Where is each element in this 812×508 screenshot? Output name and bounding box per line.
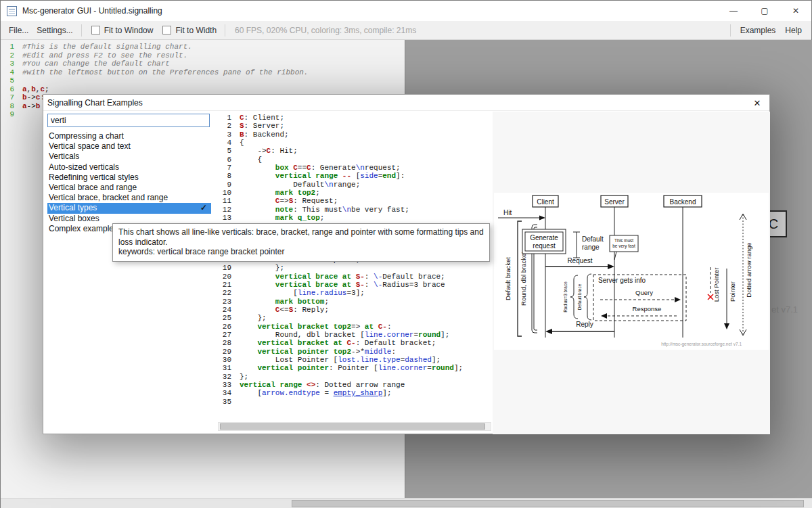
code-line[interactable]: 3B: Backend; <box>218 131 491 139</box>
code-line[interactable]: 34 [arrow.endtype = empty_sharp]; <box>218 389 491 397</box>
example-list-item[interactable]: Vertical boxes <box>47 214 211 224</box>
round-dbl-bracket-label: Round, dbl bracket <box>520 252 527 306</box>
fit-to-window-checkbox[interactable]: Fit to Window <box>91 26 154 35</box>
example-code-editor[interactable]: 1C: Client;2S: Server;3B: Backend;4{5 ->… <box>218 114 491 415</box>
default-brace-label: Default brace <box>577 283 582 310</box>
examples-button[interactable]: Examples <box>740 26 776 35</box>
close-button[interactable]: ✕ <box>780 1 811 20</box>
code-line[interactable]: 26 vertical bracket top2=> at C-: <box>218 323 491 331</box>
code-line[interactable]: 12 note: This must\nbe very fast; <box>218 206 491 214</box>
code-line[interactable]: 20 vertical brace at S-: \-Default brace… <box>218 273 491 281</box>
checkbox-icon[interactable] <box>91 26 100 34</box>
hit-label: Hit <box>503 209 512 216</box>
example-list-item[interactable]: Auto-sized verticals <box>47 162 211 172</box>
code-line[interactable]: 27 Round, dbl bracket [line.corner=round… <box>218 331 491 339</box>
line-number: 21 <box>218 281 231 289</box>
note-text: be very fast <box>612 244 635 249</box>
example-list-item-label: Auto-sized verticals <box>49 162 119 172</box>
line-number: 25 <box>218 314 231 322</box>
code-horizontal-scrollbar[interactable] <box>218 422 491 431</box>
example-list-item-label: Redefining vertical styles <box>49 172 139 182</box>
code-line[interactable]: 24 C<=S: Reply; <box>218 306 491 314</box>
example-chart: Default bracket Round, dbl bracket Clien… <box>494 193 769 350</box>
example-tooltip: This chart shows all line-like verticals… <box>112 223 490 262</box>
fit-to-width-label: Fit to Width <box>175 26 217 35</box>
search-input[interactable] <box>47 114 210 127</box>
code-line[interactable]: 30 Lost Pointer [lost.line.type=dashed]; <box>218 356 491 364</box>
line-number: 24 <box>218 306 231 314</box>
code-line[interactable]: 2S: Server; <box>218 122 491 130</box>
example-list-item[interactable]: Compressing a chart <box>47 131 211 141</box>
window-title: Msc-generator GUI - Untitled.signalling <box>22 6 162 16</box>
tooltip-description: This chart shows all line-like verticals… <box>118 227 484 247</box>
code-line[interactable]: 10 mark top2; <box>218 189 491 197</box>
example-list-item[interactable]: Vertical space and text <box>47 141 211 152</box>
examples-dialog: Signalling Chart Examples ✕ Compressing … <box>43 94 770 434</box>
example-list-item[interactable]: Redefining vertical styles <box>47 172 211 183</box>
file-button[interactable]: File... <box>9 26 28 35</box>
help-button[interactable]: Help <box>785 26 802 35</box>
code-line[interactable]: 33vertical range <>: Dotted arrow range <box>218 381 491 389</box>
dialog-title: Signalling Chart Examples <box>47 98 143 108</box>
code-line[interactable]: 23 mark bottom; <box>218 298 491 306</box>
code-line[interactable]: 22 [line.radius=3]; <box>218 289 491 297</box>
generate-request-label: request <box>533 242 556 250</box>
code-line[interactable]: 4{ <box>218 139 491 147</box>
code-line[interactable]: 5 ->C: Hit; <box>218 147 491 155</box>
maximize-button[interactable]: ▢ <box>749 1 780 20</box>
line-number: 4 <box>218 139 231 147</box>
default-bracket-label: Default bracket <box>504 257 512 300</box>
code-line[interactable]: 19 }; <box>218 264 491 272</box>
code-line[interactable]: 1C: Client; <box>218 114 491 122</box>
response-label: Response <box>633 305 662 313</box>
fit-to-window-label: Fit to Window <box>104 26 154 35</box>
example-list-item-label: Vertical space and text <box>49 141 131 151</box>
line-number: 23 <box>218 298 231 306</box>
line-number: 22 <box>218 289 231 297</box>
example-list-item[interactable]: Vertical types✓ <box>47 203 211 213</box>
code-line[interactable]: 28 vertical bracket at C-: Default brack… <box>218 339 491 347</box>
example-list-item[interactable]: Vertical brace and range <box>47 183 211 193</box>
entity-label-server: Server <box>604 198 625 206</box>
line-number: 30 <box>218 356 231 364</box>
checkbox-icon[interactable] <box>162 26 171 34</box>
line-number: 26 <box>218 323 231 331</box>
line-number: 10 <box>218 189 231 197</box>
code-line[interactable]: 11 C=>S: Request; <box>218 197 491 205</box>
code-line[interactable]: 13 mark q_top; <box>218 214 491 222</box>
pointer-label: Pointer <box>729 281 736 302</box>
example-list-item[interactable]: Vertical brace, bracket and range <box>47 193 211 203</box>
toolbar-separator <box>225 24 225 37</box>
code-line[interactable]: 31 vertical pointer: Pointer [line.corne… <box>218 364 491 372</box>
default-range-label: Default <box>582 235 604 243</box>
code-line[interactable]: 21 vertical brace at S-: \-Radius=3 brac… <box>218 281 491 289</box>
line-number: 29 <box>218 348 231 356</box>
toolbar-separator <box>730 24 731 37</box>
example-list-item[interactable]: Verticals <box>47 152 211 162</box>
settings-button[interactable]: Settings... <box>37 26 72 35</box>
line-number: 31 <box>218 364 231 372</box>
code-line[interactable]: 32}; <box>218 373 491 381</box>
fit-to-width-checkbox[interactable]: Fit to Width <box>162 26 217 35</box>
code-line[interactable]: 29 vertical pointer top2->*middle: <box>218 348 491 356</box>
minimize-button[interactable]: — <box>718 1 749 20</box>
entity-label-backend: Backend <box>670 198 696 206</box>
line-number: 2 <box>218 122 231 130</box>
request-label: Request <box>567 257 592 264</box>
code-line[interactable]: 7 box C==C: Generate\nrequest; <box>218 164 491 172</box>
dialog-close-button[interactable]: ✕ <box>748 96 766 110</box>
code-line[interactable]: 6 { <box>218 156 491 164</box>
example-chart-preview: Default bracket Round, dbl bracket Clien… <box>493 112 770 434</box>
line-number: 3 <box>218 131 231 139</box>
code-line[interactable]: 8 vertical range -- [side=end]: <box>218 172 491 180</box>
performance-status: 60 FPS, 020% CPU, coloring: 3ms, compile… <box>235 26 416 35</box>
radius-brace-label: Radius=3 brace <box>563 281 568 313</box>
selected-checkmark-icon: ✓ <box>200 203 207 213</box>
line-number: 9 <box>218 181 231 189</box>
scrollbar-thumb[interactable] <box>220 423 485 430</box>
line-number: 33 <box>218 381 231 389</box>
code-line[interactable]: 9 Default\nrange; <box>218 181 491 189</box>
dotted-range-label: Dotted arrow range <box>745 242 752 297</box>
code-line[interactable]: 35 <box>218 398 491 406</box>
code-line[interactable]: 25 }; <box>218 314 491 322</box>
